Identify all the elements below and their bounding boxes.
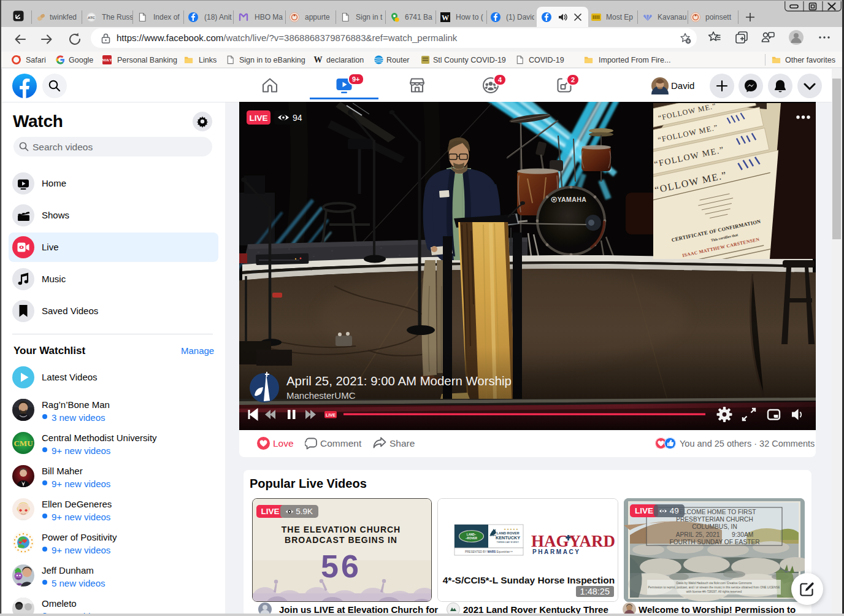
svg-text:with license #A-728197. All ri: with license #A-728197. All rights reser…	[686, 590, 742, 593]
svg-text:LIVE: LIVE	[326, 412, 336, 418]
svg-text:–ROVER: –ROVER	[466, 537, 478, 540]
svg-text:Permission to reprint, podcast: Permission to reprint, podcast, and / or…	[648, 586, 780, 589]
svg-text:THREE-DAY EVENT.: THREE-DAY EVENT.	[497, 541, 520, 544]
svg-text:APRIL 25, 2021 9:30AM: APRIL 25, 2021 9:30AM	[676, 531, 753, 538]
svg-text:W: W	[313, 55, 322, 64]
svg-text:W: W	[442, 13, 449, 22]
svg-text:94: 94	[293, 113, 302, 123]
svg-text:BROADCAST BEGINS IN: BROADCAST BEGINS IN	[285, 535, 397, 545]
svg-text:WELCOME HOME TO FIRST: WELCOME HOME TO FIRST	[673, 509, 756, 515]
svg-text:THE ELEVATION CHURCH: THE ELEVATION CHURCH	[281, 525, 400, 534]
svg-text:COLUMBUS, IN: COLUMBUS, IN	[692, 523, 737, 530]
svg-text:56: 56	[321, 549, 361, 584]
svg-text:LAND–: LAND–	[467, 533, 477, 536]
svg-text:4*-S/CCI5*-L Sunday Horse Insp: 4*-S/CCI5*-L Sunday Horse Inspection	[443, 575, 615, 585]
svg-text:ATC: ATC	[88, 16, 96, 20]
svg-text:PHARMACY: PHARMACY	[532, 549, 581, 555]
svg-text:PRESBYTERIAN CHURCH: PRESBYTERIAN CHURCH	[676, 516, 753, 523]
svg-text:LIVE: LIVE	[249, 114, 267, 123]
svg-text:M&T: M&T	[102, 58, 112, 62]
svg-text:HAGYARD: HAGYARD	[531, 532, 615, 550]
svg-text:★ ★ ★ ★ ★: ★ ★ ★ ★ ★	[504, 528, 518, 531]
svg-text:FOURTH SUNDAY OF EASTER: FOURTH SUNDAY OF EASTER	[669, 539, 759, 545]
svg-text:CMU: CMU	[13, 439, 33, 448]
svg-text:Oasis by Walid Hadouch via fli: Oasis by Walid Hadouch via flickr.com Cr…	[676, 582, 752, 585]
svg-text:PRESENTED BY MARS Equestrian™: PRESENTED BY MARS Equestrian™	[465, 550, 513, 553]
svg-text:KENTUCKY: KENTUCKY	[496, 535, 520, 541]
svg-text:April 25, 2021: 9:00 AM Modern: April 25, 2021: 9:00 AM Modern Worship	[286, 374, 512, 388]
svg-text:ManchesterUMC: ManchesterUMC	[286, 390, 356, 401]
svg-text:⦿YAMAHA: ⦿YAMAHA	[551, 196, 586, 203]
